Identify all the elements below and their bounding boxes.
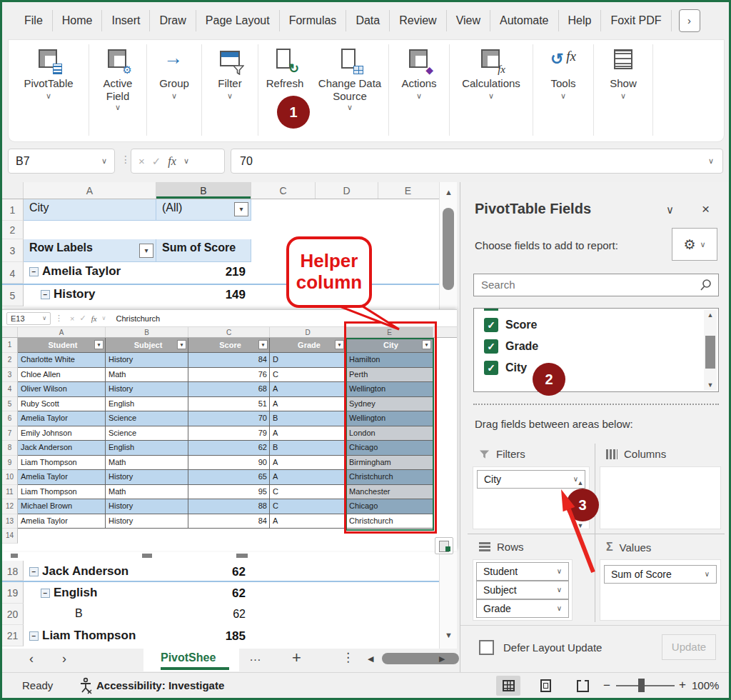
add-sheet-icon[interactable]: + [292,649,301,667]
filter-dropdown-icon[interactable]: ▾ [335,340,344,349]
rows-field-subject[interactable]: Subject ∨ [476,581,569,599]
tab-insert[interactable]: Insert [102,10,150,31]
overlay-name-box[interactable]: E13 ∨ [6,312,51,325]
more-tabs-button[interactable]: › [679,9,700,32]
enter-icon[interactable]: ✓ [79,314,86,323]
rows-field-grade[interactable]: Grade ∨ [476,599,569,618]
column-header-b[interactable]: B [156,182,251,199]
tab-page-layout[interactable]: Page Layout [196,10,280,31]
filter-dropdown-icon[interactable]: ▾ [94,340,104,349]
insert-function-icon[interactable]: fx [168,155,176,168]
group-button[interactable]: → Group ∨ [147,40,201,100]
page-layout-view-button[interactable] [533,676,558,696]
cell-a4[interactable]: −Amelia Taylor [24,262,156,284]
scrollbar-thumb[interactable] [443,208,454,290]
columns-area[interactable] [600,466,721,529]
cell-a21[interactable]: −Liam Thompson [24,625,156,646]
tab-home[interactable]: Home [53,10,103,31]
cell-a18[interactable]: −Jack Anderson [24,561,156,581]
cell-a3[interactable]: Row Labels ▾ [24,239,156,262]
field-item-grade[interactable]: ✓ Grade [474,336,718,357]
zoom-slider-thumb[interactable] [638,679,645,692]
sheet-nav-right-icon[interactable]: › [62,651,66,666]
tab-draw[interactable]: Draw [150,10,196,31]
column-header-e[interactable]: E [378,182,438,199]
checkbox-checked-icon[interactable]: ✓ [484,318,498,332]
normal-view-button[interactable] [496,676,520,696]
values-area[interactable]: Sum of Score ∨ [600,559,721,621]
checkbox-checked-icon[interactable]: ✓ [484,339,498,354]
sheet-nav-left-icon[interactable]: ‹ [29,651,34,666]
filters-field-city[interactable]: City ∨ [477,470,585,489]
scroll-down-icon[interactable]: ▼ [440,631,458,639]
select-all-corner[interactable] [2,182,24,199]
rows-field-student[interactable]: Student ∨ [476,562,569,581]
header-city[interactable]: City▾ [346,338,433,353]
cell-a1[interactable]: City [24,199,156,221]
tools-options-button[interactable]: ⚙ ∨ [672,228,717,261]
page-break-view-button[interactable] [570,676,595,696]
update-button[interactable]: Update [662,634,716,660]
expand-formula-bar-icon[interactable]: ∨ [708,157,714,165]
scroll-up-icon[interactable]: ▲ [574,479,587,486]
chevron-down-icon[interactable]: ∨ [666,204,674,216]
hscroll-right-icon[interactable]: ▶ [439,654,445,664]
header-student[interactable]: Student▾ [18,338,106,353]
cell-a5[interactable]: −History [24,285,156,306]
tab-automate[interactable]: Automate [490,10,558,31]
tab-file[interactable]: File [15,10,53,31]
tab-help[interactable]: Help [559,10,602,31]
zoom-out-icon[interactable]: − [603,679,610,693]
scroll-down-icon[interactable]: ▼ [574,522,587,529]
collapse-icon[interactable]: − [29,267,39,276]
column-header-a[interactable]: A [24,182,156,199]
zoom-slider-track[interactable] [616,685,675,686]
insert-function-icon[interactable]: fx [91,314,97,323]
close-icon[interactable]: × [702,201,710,217]
cancel-icon[interactable]: × [138,155,145,167]
tab-review[interactable]: Review [390,10,446,31]
more-sheets-icon[interactable]: … [249,650,262,664]
field-item-score[interactable]: ✓ Score [474,314,718,336]
handle-icon[interactable]: ⋮ [342,650,354,665]
tab-data[interactable]: Data [346,10,390,31]
column-header-c[interactable]: C [251,182,316,199]
cell-b1[interactable]: (All) ▾ [156,199,251,221]
header-grade[interactable]: Grade▾ [270,338,346,353]
hscroll-left-icon[interactable]: ◀ [368,654,373,664]
values-field-sum-of-score[interactable]: Sum of Score ∨ [604,565,717,584]
filter-dropdown-icon[interactable]: ▾ [258,340,268,349]
tools-button[interactable]: ↺fx Tools ∨ [533,40,593,100]
collapse-icon[interactable]: − [29,567,39,576]
cell-b20[interactable]: 62 [156,604,251,625]
cell-b4[interactable]: 219 [156,262,251,284]
filter-dropdown-icon[interactable]: ▾ [422,340,431,349]
actions-button[interactable]: ◆ Actions ∨ [389,40,449,100]
cell-b18[interactable]: 62 [156,561,251,581]
search-input[interactable] [474,274,688,294]
zoom-in-icon[interactable]: + [679,678,686,692]
checkbox-checked-icon[interactable]: ✓ [484,361,498,375]
calculations-button[interactable]: fx Calculations ∨ [450,40,533,100]
formula-bar-handle[interactable]: ⋮ [121,154,131,165]
collapse-icon[interactable]: − [29,631,39,641]
tab-foxit-pdf[interactable]: Foxit PDF [601,10,671,31]
cell-b2[interactable] [156,221,251,239]
rows-area[interactable]: Student ∨ Subject ∨ Grade ∨ [473,559,573,621]
filter-dropdown-icon[interactable]: ▾ [177,340,186,349]
accessibility-status[interactable]: Accessibility: Investigate [96,679,224,691]
collapse-icon[interactable]: − [41,589,50,598]
active-field-button[interactable]: ⚙ Active Field ∨ [89,40,146,111]
formula-input[interactable]: 70 ∨ [231,149,723,174]
scroll-up-icon[interactable]: ▲ [704,311,717,319]
paste-options-icon[interactable] [435,537,453,554]
show-button[interactable]: Show ∨ [594,40,652,100]
cell-a19[interactable]: −English [24,582,156,604]
tab-view[interactable]: View [447,10,490,31]
zoom-level[interactable]: 100% [692,679,719,691]
header-subject[interactable]: Subject▾ [106,338,188,353]
overlay-formula-value[interactable]: Christchurch [116,314,160,323]
filter-dropdown-icon[interactable]: ▾ [234,202,248,216]
refresh-button[interactable]: ↻ Refresh [258,40,311,90]
scrollbar-thumb[interactable] [705,336,715,369]
